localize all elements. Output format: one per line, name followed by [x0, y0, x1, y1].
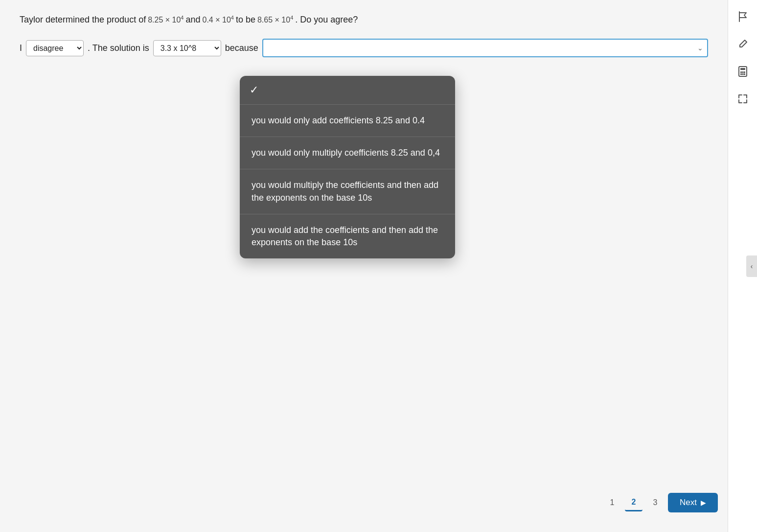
next-button[interactable]: Next ▶ [668, 493, 718, 512]
calculator-icon[interactable] [734, 63, 752, 80]
right-sidebar: ‹ [728, 0, 757, 532]
page-2-button[interactable]: 2 [625, 494, 642, 511]
svg-rect-3 [742, 71, 743, 73]
page-3-button[interactable]: 3 [646, 494, 664, 511]
question-suffix: . Do you agree? [295, 15, 358, 25]
bottom-navigation: 1 2 3 Next ▶ [603, 493, 718, 512]
page-1-button[interactable]: 1 [603, 494, 621, 511]
because-label: because [225, 43, 258, 53]
svg-rect-2 [740, 71, 742, 73]
next-button-label: Next [680, 498, 697, 508]
dropdown-option-3[interactable]: you would multiply the coefficients and … [240, 169, 455, 214]
question-connector: and [185, 15, 200, 25]
svg-rect-7 [744, 73, 745, 75]
agree-disagree-select[interactable]: disagree agree [26, 40, 84, 56]
question-text: Taylor determined the product of 8.25 × … [20, 15, 708, 25]
math-expr-2: 0.4 × 104 [203, 15, 234, 24]
solution-prefix-label: . The solution is [88, 43, 149, 53]
svg-rect-4 [744, 71, 745, 73]
sidebar-collapse-button[interactable]: ‹ [746, 255, 757, 277]
svg-rect-1 [740, 68, 745, 70]
question-middle: to be [236, 15, 255, 25]
next-arrow-icon: ▶ [701, 499, 706, 507]
dropdown-option-2[interactable]: you would only multiply coefficients 8.2… [240, 137, 455, 169]
answer-row: I disagree agree . The solution is 3.3 x… [20, 39, 708, 57]
svg-rect-5 [740, 73, 742, 75]
pen-icon[interactable] [734, 35, 752, 53]
math-expr-1: 8.25 × 104 [148, 15, 184, 24]
dropdown-checkmark-icon[interactable]: ✓ [240, 76, 455, 105]
dropdown-option-1[interactable]: you would only add coefficients 8.25 and… [240, 105, 455, 137]
dropdown-option-4[interactable]: you would add the coefficients and then … [240, 214, 455, 258]
expand-icon[interactable] [734, 90, 752, 108]
dropdown-menu: ✓ you would only add coefficients 8.25 a… [240, 76, 455, 258]
svg-rect-6 [742, 73, 743, 75]
math-expr-3: 8.65 × 104 [257, 15, 293, 24]
because-input-wrapper: ⌄ [262, 39, 708, 57]
flag-icon[interactable] [734, 8, 752, 25]
question-prefix: Taylor determined the product of [20, 15, 146, 25]
main-content: Taylor determined the product of 8.25 × … [0, 0, 728, 532]
because-input[interactable] [262, 39, 708, 57]
answer-prefix-label: I [20, 43, 22, 53]
solution-select[interactable]: 3.3 x 10^8 8.65 x 10^4 3.3 x 10^9 [153, 40, 221, 56]
